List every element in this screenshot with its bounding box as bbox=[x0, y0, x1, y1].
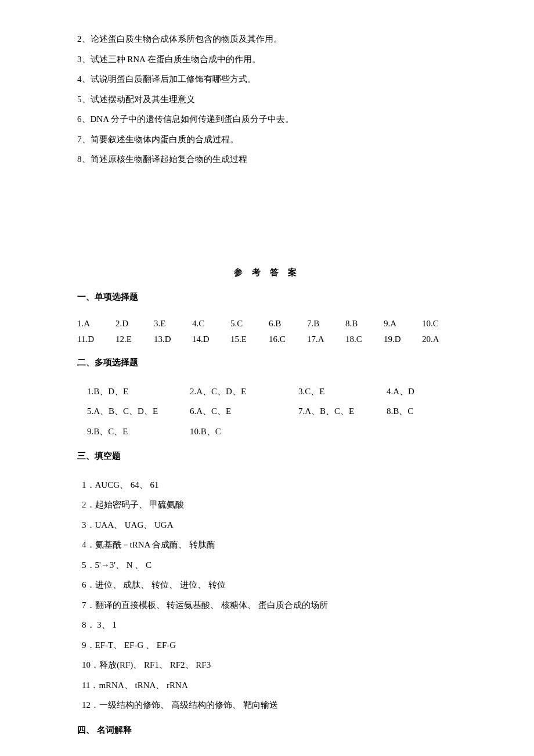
essay-question: 8、简述原核生物翻译起始复合物的生成过程 bbox=[77, 149, 457, 170]
essay-question: 6、DNA 分子中的遗传信息如何传递到蛋白质分子中去。 bbox=[77, 109, 457, 129]
answer-cell: 7.B bbox=[307, 316, 345, 332]
fill-answer: 12．一级结构的修饰、 高级结构的修饰、 靶向输送 bbox=[77, 695, 457, 715]
answer-cell: 6.A、C、E bbox=[190, 401, 298, 422]
fill-answer: 1．AUCG、 64、 61 bbox=[77, 475, 457, 495]
answer-cell: 3.C、E bbox=[298, 381, 387, 402]
essay-question: 7、简要叙述生物体内蛋白质的合成过程。 bbox=[77, 129, 457, 150]
answer-cell: 16.C bbox=[269, 332, 307, 348]
document-page: 2、论述蛋白质生物合成体系所包含的物质及其作用。 3、试述三种 RNA 在蛋白质… bbox=[0, 0, 534, 756]
answer-cell: 4.C bbox=[192, 316, 230, 332]
section-header-terms: 四、 名词解释 bbox=[77, 720, 457, 740]
answer-cell: 2.A、C、D、E bbox=[190, 381, 298, 402]
answer-cell: 19.D bbox=[384, 332, 422, 348]
answer-cell: 9.B、C、E bbox=[87, 422, 190, 442]
fill-answer: 5．5'→3'、 N 、 C bbox=[77, 555, 457, 575]
answer-cell: 6.B bbox=[269, 316, 307, 332]
section-header-multi-choice: 二、多项选择题 bbox=[77, 352, 457, 373]
section-header-fill-blank: 三、填空题 bbox=[77, 446, 457, 466]
answer-row: 1.A 2.D 3.E 4.C 5.C 6.B 7.B 8.B 9.A 10.C bbox=[77, 316, 457, 332]
fill-answer: 6．进位、 成肽、 转位、 进位、 转位 bbox=[77, 575, 457, 595]
answer-row: 9.B、C、E 10.B、C bbox=[77, 422, 457, 442]
answer-cell: 7.A、B、C、E bbox=[298, 401, 387, 422]
fill-answer: 3．UAA、 UAG、 UGA bbox=[77, 515, 457, 535]
fill-answer: 7．翻译的直接模板、 转运氨基酸、 核糖体、 蛋白质合成的场所 bbox=[77, 595, 457, 615]
answer-row: 5.A、B、C、D、E 6.A、C、E 7.A、B、C、E 8.B、C bbox=[77, 401, 457, 422]
fill-answer: 8． 3、 1 bbox=[77, 615, 457, 635]
fill-answer: 9．EF-T、 EF-G 、 EF-G bbox=[77, 635, 457, 656]
essay-question: 4、试说明蛋白质翻译后加工修饰有哪些方式。 bbox=[77, 69, 457, 89]
section-spacer bbox=[77, 170, 457, 262]
answer-cell: 1.B、D、E bbox=[87, 381, 190, 402]
answer-cell: 4.A、D bbox=[387, 381, 414, 402]
fill-answer: 11．mRNA、 tRNA、 rRNA bbox=[77, 675, 457, 696]
answer-cell: 18.C bbox=[345, 332, 384, 348]
answer-cell: 2.D bbox=[116, 316, 154, 332]
essay-question-list: 2、论述蛋白质生物合成体系所包含的物质及其作用。 3、试述三种 RNA 在蛋白质… bbox=[77, 29, 457, 170]
answer-cell: 13.D bbox=[154, 332, 192, 348]
answer-cell: 15.E bbox=[230, 332, 269, 348]
answer-cell: 8.B、C bbox=[387, 401, 413, 422]
answer-cell: 10.C bbox=[422, 316, 460, 332]
answer-cell: 12.E bbox=[116, 332, 154, 348]
answer-cell: 20.A bbox=[422, 332, 460, 348]
answer-cell: 10.B、C bbox=[190, 422, 298, 442]
answer-cell: 8.B bbox=[345, 316, 384, 332]
answer-cell: 11.D bbox=[77, 332, 116, 348]
essay-question: 5、试述摆动配对及其生理意义 bbox=[77, 89, 457, 110]
answer-cell: 5.A、B、C、D、E bbox=[87, 401, 190, 422]
essay-question: 2、论述蛋白质生物合成体系所包含的物质及其作用。 bbox=[77, 29, 457, 49]
fill-answer: 4．氨基酰－tRNA 合成酶、 转肽酶 bbox=[77, 535, 457, 555]
multi-choice-answers: 1.B、D、E 2.A、C、D、E 3.C、E 4.A、D 5.A、B、C、D、… bbox=[77, 381, 457, 442]
single-choice-answers: 1.A 2.D 3.E 4.C 5.C 6.B 7.B 8.B 9.A 10.C… bbox=[77, 316, 457, 348]
answer-key-title: 参 考 答 案 bbox=[77, 262, 457, 283]
answer-cell: 9.A bbox=[384, 316, 422, 332]
answer-cell bbox=[298, 422, 387, 442]
answer-cell: 17.A bbox=[307, 332, 345, 348]
section-header-single-choice: 一、单项选择题 bbox=[77, 287, 457, 307]
fill-answer: 10．释放(RF)、 RF1、 RF2、 RF3 bbox=[77, 655, 457, 675]
answer-row: 11.D 12.E 13.D 14.D 15.E 16.C 17.A 18.C … bbox=[77, 332, 457, 348]
answer-cell: 3.E bbox=[154, 316, 192, 332]
answer-cell: 1.A bbox=[77, 316, 116, 332]
answer-cell: 5.C bbox=[230, 316, 269, 332]
fill-answer: 2．起始密码子、 甲硫氨酸 bbox=[77, 495, 457, 515]
fill-blank-answers: 1．AUCG、 64、 61 2．起始密码子、 甲硫氨酸 3．UAA、 UAG、… bbox=[77, 475, 457, 715]
essay-question: 3、试述三种 RNA 在蛋白质生物合成中的作用。 bbox=[77, 49, 457, 70]
page-number: 4 bbox=[77, 750, 457, 756]
answer-cell: 14.D bbox=[192, 332, 230, 348]
answer-row: 1.B、D、E 2.A、C、D、E 3.C、E 4.A、D bbox=[77, 381, 457, 402]
